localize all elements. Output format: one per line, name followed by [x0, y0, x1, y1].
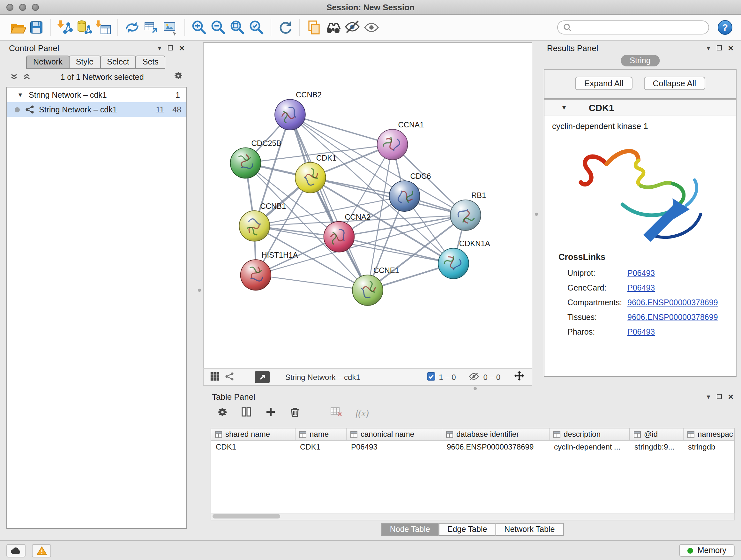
detach-view-button[interactable] [255, 371, 270, 383]
column-header[interactable]: namespac [684, 428, 735, 440]
crosslink-value-link[interactable]: P06493 [627, 327, 655, 336]
network-node-CCNB1[interactable] [239, 211, 270, 241]
warnings-button[interactable] [32, 544, 51, 557]
panel-close-icon[interactable]: × [728, 392, 733, 401]
delete-table-icon[interactable] [330, 406, 343, 420]
panel-collapse-icon[interactable]: ▾ [158, 44, 161, 51]
splitter-handle[interactable] [198, 289, 201, 292]
network-node-CCNA2[interactable] [324, 222, 354, 252]
zoom-selected-button[interactable] [247, 18, 266, 37]
splitter-handle[interactable] [535, 212, 538, 216]
grid-view-icon[interactable] [210, 371, 219, 383]
protein-card-header[interactable]: ▾ CDK1 [544, 100, 736, 116]
network-node-CDK1[interactable] [295, 163, 326, 193]
tree-caret-icon[interactable]: ▾ [18, 91, 29, 99]
cloud-status-button[interactable] [6, 544, 25, 557]
birds-eye-view-button[interactable] [324, 18, 343, 37]
expand-all-networks-icon[interactable] [23, 71, 30, 83]
delete-column-trash-icon[interactable] [289, 406, 300, 420]
network-row[interactable]: String Network – cdk1 11 48 [7, 102, 186, 117]
tab-select[interactable]: Select [100, 56, 136, 69]
tab-node-table[interactable]: Node Table [381, 523, 439, 536]
function-builder-button[interactable]: f(x) [355, 408, 369, 419]
panel-collapse-icon[interactable]: ▾ [707, 44, 711, 51]
horizontal-scrollbar[interactable] [211, 513, 735, 520]
network-options-gear-icon[interactable] [174, 71, 183, 83]
column-header[interactable]: @id [630, 428, 684, 440]
import-table-button[interactable] [94, 18, 113, 37]
network-from-table-button[interactable] [142, 18, 161, 37]
table-cell[interactable]: CDK1 [211, 442, 295, 451]
column-header[interactable]: shared name [211, 428, 295, 440]
network-node-RB1[interactable] [450, 200, 481, 231]
hide-details-button[interactable] [343, 18, 362, 37]
panel-collapse-icon[interactable]: ▾ [707, 393, 711, 400]
collapse-all-button[interactable]: Collapse All [644, 77, 705, 90]
table-cell[interactable]: CDK1 [295, 442, 347, 451]
share-network-icon[interactable] [225, 371, 234, 383]
card-caret-icon[interactable]: ▾ [562, 104, 566, 112]
selected-nodes-checkbox-icon[interactable] [427, 372, 435, 382]
column-header[interactable]: description [549, 428, 630, 440]
crosslink-value-link[interactable]: 9606.ENSP00000378699 [627, 298, 718, 307]
network-node-CCNB2[interactable] [275, 99, 306, 130]
network-canvas[interactable]: CCNB2CCNA1CDC25BCDK1CDC6RB1CCNB1CCNA2CDK… [203, 42, 532, 368]
tab-style[interactable]: Style [69, 56, 101, 69]
window-minimize-button[interactable] [19, 4, 26, 11]
network-collection-row[interactable]: ▾ String Network – cdk1 1 [7, 87, 186, 102]
crosslink-value-link[interactable]: P06493 [627, 283, 655, 292]
table-cell[interactable]: P06493 [347, 442, 442, 451]
refresh-button[interactable] [276, 18, 295, 37]
import-network-file-button[interactable] [56, 18, 75, 37]
tab-sets[interactable]: Sets [136, 56, 165, 69]
panel-float-icon[interactable] [717, 45, 722, 51]
help-button[interactable]: ? [717, 19, 733, 36]
import-network-database-button[interactable] [75, 18, 94, 37]
panel-close-icon[interactable]: × [179, 44, 185, 52]
network-node-CDC25B[interactable] [230, 148, 261, 179]
splitter-handle[interactable] [474, 387, 477, 390]
expand-all-button[interactable]: Expand All [576, 77, 632, 90]
tab-string[interactable]: String [621, 55, 659, 66]
crosslink-value-link[interactable]: 9606.ENSP00000378699 [627, 313, 718, 321]
table-settings-gear-icon[interactable] [217, 407, 228, 420]
clone-network-button[interactable] [123, 18, 142, 37]
zoom-fit-button[interactable] [228, 18, 247, 37]
network-graph[interactable]: CCNB2CCNA1CDC25BCDK1CDC6RB1CCNB1CCNA2CDK… [204, 43, 532, 368]
panel-close-icon[interactable]: × [728, 44, 733, 52]
tab-network[interactable]: Network [26, 56, 70, 69]
tab-network-table[interactable]: Network Table [495, 523, 563, 536]
panel-float-icon[interactable] [168, 45, 173, 51]
column-header[interactable]: name [295, 428, 347, 440]
save-session-button[interactable] [27, 18, 46, 37]
open-session-button[interactable] [8, 18, 27, 37]
annotations-button[interactable] [305, 18, 324, 37]
network-node-HIST1H1A[interactable] [241, 260, 271, 290]
add-column-plus-icon[interactable] [265, 406, 276, 420]
scrollbar-thumb[interactable] [212, 514, 280, 518]
crosslink-value-link[interactable]: P06493 [627, 268, 655, 277]
network-node-CCNA1[interactable] [377, 129, 408, 160]
network-node-CDC6[interactable] [389, 181, 420, 211]
hidden-eye-slash-icon[interactable] [469, 372, 480, 382]
table-cell[interactable]: 9606.ENSP00000378699 [442, 442, 549, 451]
pan-move-icon[interactable] [513, 370, 525, 384]
column-header[interactable]: database identifier [442, 428, 549, 440]
collapse-all-networks-icon[interactable] [10, 71, 18, 83]
zoom-out-button[interactable] [209, 18, 228, 37]
panel-float-icon[interactable] [717, 394, 722, 399]
network-node-CDKN1A[interactable] [438, 248, 469, 279]
table-cell[interactable]: cyclin-dependent ... [549, 442, 630, 451]
table-cell[interactable]: stringdb:9... [630, 442, 684, 451]
window-zoom-button[interactable] [32, 4, 39, 11]
show-details-button[interactable] [362, 18, 381, 37]
memory-button[interactable]: Memory [679, 544, 735, 557]
tab-edge-table[interactable]: Edge Table [439, 523, 496, 536]
network-node-CCNE1[interactable] [352, 275, 383, 306]
show-columns-icon[interactable] [241, 406, 252, 420]
search-input[interactable] [576, 22, 703, 33]
window-titlebar[interactable]: Session: New Session [0, 0, 741, 15]
table-cell[interactable]: stringdb [684, 442, 735, 451]
window-close-button[interactable] [6, 4, 13, 11]
export-image-button[interactable] [161, 18, 180, 37]
